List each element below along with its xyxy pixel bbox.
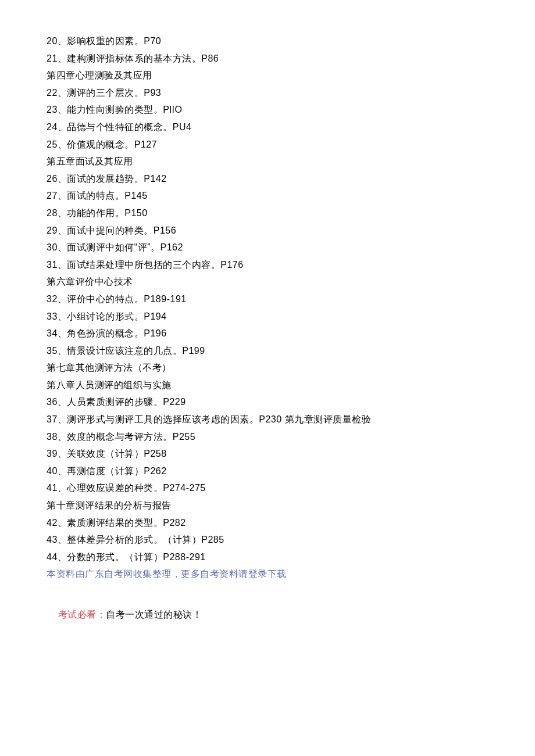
content-line: 26、面试的发展趋势。P142: [47, 170, 488, 188]
section-heading: 第七章其他测评方法（不考）: [47, 359, 488, 377]
content-line: 36、人员素质测评的步骤。P229: [47, 393, 488, 411]
content-line: 41、心理效应误差的种类。P274-275: [47, 479, 488, 497]
footer-red-label: 考试必看：: [58, 610, 106, 619]
content-line: 44、分数的形式。（计算）P288-291: [47, 549, 488, 566]
content-line: 34、角色扮演的概念。P196: [47, 325, 488, 342]
content-line: 29、面试中提问的种类。P156: [47, 222, 488, 239]
content-line: 31、面试结果处理中所包括的三个内容。P176: [47, 256, 488, 274]
document-page: 20、影响权重的因素。P70 21、建构测评指标体系的基本方法。P86 第四章心…: [0, 0, 535, 687]
content-line: 21、建构测评指标体系的基本方法。P86: [47, 50, 488, 67]
section-heading: 第四章心理测验及其应用: [47, 67, 488, 84]
content-line: 27、面试的特点。P145: [47, 187, 488, 205]
footer-source-note: 本资料由广东自考网收集整理，更多自考资料请登录下载: [47, 565, 488, 583]
content-line: 20、影响权重的因素。P70: [47, 33, 488, 50]
content-line: 43、整体差异分析的形式。（计算）P285: [47, 531, 488, 549]
content-line: 28、功能的作用。P150: [47, 205, 488, 222]
spacer: [47, 583, 488, 589]
section-heading: 第十章测评结果的分析与报告: [47, 497, 488, 514]
content-line: 25、价值观的概念。P127: [47, 136, 488, 153]
section-heading: 第六章评价中心技术: [47, 273, 488, 291]
content-line: 40、再测信度（计算）P262: [47, 463, 488, 480]
content-line: 33、小组讨论的形式。P194: [47, 308, 488, 325]
content-line: 38、效度的概念与考评方法。P255: [47, 428, 488, 446]
content-line: 32、评价中心的特点。P189-191: [47, 291, 488, 308]
section-heading: 第八章人员测评的组织与实施: [47, 377, 488, 394]
content-line: 37、测评形式与测评工具的选择应该考虑的因素。P230 第九章测评质量检验: [47, 411, 488, 428]
section-heading: 第五章面试及其应用: [47, 153, 488, 170]
content-line: 23、能力性向测验的类型。PlIO: [47, 101, 488, 119]
content-line: 35、情景设计应该注意的几点。P199: [47, 342, 488, 360]
content-line: 42、素质测评结果的类型。P282: [47, 514, 488, 532]
footer-black-text: 自考一次通过的秘诀！: [106, 610, 202, 619]
content-line: 39、关联效度（计算）P258: [47, 445, 488, 463]
content-line: 30、面试测评中如何“评”。P162: [47, 239, 488, 256]
content-line: 24、品德与个性特征的概念。PU4: [47, 119, 488, 136]
content-line: 22、测评的三个层次。P93: [47, 84, 488, 102]
footer-exam-note: 考试必看：自考一次通过的秘诀！: [47, 589, 488, 640]
